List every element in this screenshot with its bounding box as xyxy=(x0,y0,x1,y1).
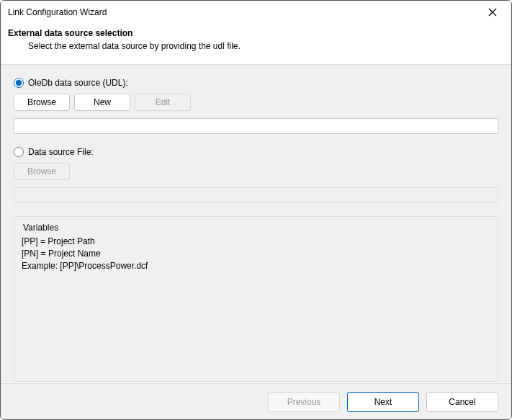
previous-button[interactable]: Previous xyxy=(268,392,340,412)
variables-group: Variables [PP] = Project Path [PN] = Pro… xyxy=(14,216,498,382)
file-button-row: Browse xyxy=(14,163,498,180)
wizard-footer: Previous Next Cancel xyxy=(1,383,511,419)
variables-line-pn: [PN] = Project Name xyxy=(22,248,490,260)
file-path-input xyxy=(14,187,498,203)
variables-legend: Variables xyxy=(22,223,60,233)
wizard-header: External data source selection Select th… xyxy=(1,24,511,65)
file-radio-label[interactable]: Data source File: xyxy=(28,147,94,157)
oledb-radio-label[interactable]: OleDb data source (UDL): xyxy=(28,78,128,88)
variables-line-pp: [PP] = Project Path xyxy=(22,236,490,248)
close-icon xyxy=(488,8,497,17)
file-radio-row: Data source File: xyxy=(14,147,498,157)
window-title: Link Configuration Wizard xyxy=(8,7,107,17)
next-button[interactable]: Next xyxy=(347,392,419,412)
close-button[interactable] xyxy=(482,2,503,22)
cancel-button[interactable]: Cancel xyxy=(426,392,498,412)
oledb-button-row: Browse New Edit xyxy=(14,94,498,111)
page-heading: External data source selection xyxy=(8,28,504,38)
titlebar: Link Configuration Wizard xyxy=(1,1,511,24)
oledb-edit-button[interactable]: Edit xyxy=(135,94,191,111)
variables-line-example: Example: [PP]\ProcessPower.dcf xyxy=(22,260,490,272)
oledb-path-input[interactable] xyxy=(14,118,498,134)
oledb-radio[interactable] xyxy=(14,78,24,88)
page-subheading: Select the external data source by provi… xyxy=(8,41,504,51)
oledb-browse-button[interactable]: Browse xyxy=(14,94,70,111)
oledb-radio-row: OleDb data source (UDL): xyxy=(14,78,498,88)
file-radio[interactable] xyxy=(14,147,24,157)
oledb-new-button[interactable]: New xyxy=(74,94,130,111)
wizard-content: OleDb data source (UDL): Browse New Edit… xyxy=(1,65,511,383)
file-browse-button[interactable]: Browse xyxy=(14,163,70,180)
